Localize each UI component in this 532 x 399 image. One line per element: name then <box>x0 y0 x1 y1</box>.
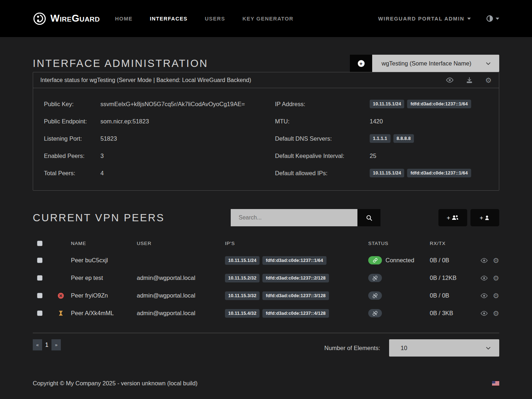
peer-rxtx: 0B / 12KB <box>430 275 476 281</box>
field-label: Public Endpoint: <box>44 118 100 125</box>
peer-user: admin@wgportal.local <box>137 292 225 299</box>
row-checkbox[interactable] <box>37 258 42 263</box>
user-menu-label: WIREGUARD PORTAL ADMIN <box>378 16 464 22</box>
theme-half-circle-icon <box>486 15 493 22</box>
peer-settings-gear-icon[interactable]: ⚙ <box>493 257 499 264</box>
field-value: 1420 <box>370 118 383 125</box>
download-config-icon[interactable] <box>466 77 473 84</box>
allowed-ips-row: Default allowed IPs: 10.11.15.1/24 fdfd:… <box>275 164 488 182</box>
brand[interactable]: WireGuard <box>33 12 100 26</box>
listening-port-row: Listening Port: 51823 <box>44 130 275 147</box>
view-config-eye-icon[interactable] <box>446 76 454 84</box>
pagination-current-page[interactable]: 1 <box>42 339 51 350</box>
theme-toggle-dropdown[interactable] <box>486 15 499 22</box>
nav-interfaces[interactable]: INTERFACES <box>150 16 188 22</box>
dns-servers-row: Default DNS Servers: 1.1.1.1 8.8.8.8 <box>275 130 488 147</box>
peer-ip-badge: 10.11.15.2/32 <box>225 274 260 282</box>
add-interface-button[interactable]: + <box>350 55 372 72</box>
user-menu-dropdown[interactable]: WIREGUARD PORTAL ADMIN <box>378 16 471 22</box>
peer-view-eye-icon[interactable] <box>481 292 488 299</box>
caret-down-icon <box>496 18 499 20</box>
page-title: INTERFACE ADMINISTRATION <box>33 58 208 69</box>
field-value: 3 <box>100 153 104 159</box>
field-value: ssvmEelxG+k8jsNO5G7cq5r/Ak7liCodAvOyoCg1… <box>100 101 245 108</box>
search-button[interactable] <box>357 209 380 226</box>
disconnected-link-slash-icon <box>368 309 382 317</box>
pagination-next-button[interactable]: » <box>51 339 61 350</box>
nav-home[interactable]: HOME <box>115 16 133 22</box>
public-key-row: Public Key: ssvmEelxG+k8jsNO5G7cq5r/Ak7l… <box>44 95 275 113</box>
row-checkbox[interactable] <box>37 275 42 281</box>
col-status: STATUS <box>368 241 430 246</box>
chevron-down-icon <box>485 60 491 67</box>
peer-ip-badge: 10.11.15.4/32 <box>225 309 260 318</box>
navbar: WireGuard HOME INTERFACES USERS KEY GENE… <box>0 0 532 37</box>
enabled-peers-row: Enabled Peers: 3 <box>44 147 275 164</box>
search-input[interactable] <box>231 209 357 226</box>
peer-user: admin@wgportal.local <box>137 275 225 281</box>
field-label: IP Address: <box>275 101 370 108</box>
ip-badge: fdfd:d3ad:c0de:1237::1/64 <box>407 100 471 108</box>
nav-links: HOME INTERFACES USERS KEY GENERATOR <box>115 16 294 22</box>
select-all-checkbox[interactable] <box>37 241 42 246</box>
col-user: USER <box>137 241 225 246</box>
interface-settings-gear-icon[interactable]: ⚙ <box>485 77 492 84</box>
peer-settings-gear-icon[interactable]: ⚙ <box>493 310 499 317</box>
nav-users[interactable]: USERS <box>205 16 225 22</box>
table-row: Peer A/Xk4mML admin@wgportal.local 10.11… <box>33 304 499 322</box>
row-checkbox[interactable] <box>37 293 42 298</box>
col-name: NAME <box>71 241 137 246</box>
field-label: Default Keepalive Interval: <box>275 153 370 159</box>
mtu-row: MTU: 1420 <box>275 113 488 130</box>
caret-down-icon <box>467 18 471 20</box>
interface-select[interactable]: wgTesting (Some Interface Name) <box>372 55 499 72</box>
peer-ip-badge: fdfd:d3ad:c0de:1237::1/64 <box>262 256 326 265</box>
chevron-down-icon <box>485 345 491 351</box>
peer-settings-gear-icon[interactable]: ⚙ <box>493 292 499 299</box>
field-value: 4 <box>100 170 104 177</box>
peer-expiring-hourglass-icon <box>51 309 71 317</box>
field-label: Listening Port: <box>44 135 100 142</box>
ip-badge: 10.11.15.1/24 <box>370 100 404 108</box>
plus-circle-icon: + <box>358 60 365 67</box>
interface-select-value: wgTesting (Some Interface Name) <box>382 60 471 67</box>
add-peer-button[interactable]: + <box>470 209 499 226</box>
keepalive-row: Default Keepalive Interval: 25 <box>275 147 488 164</box>
peer-view-eye-icon[interactable] <box>481 257 488 264</box>
pagination: « 1 » <box>33 339 61 350</box>
nav-key-generator[interactable]: KEY GENERATOR <box>243 16 294 22</box>
peer-ip-badge: 10.11.15.3/32 <box>225 291 260 300</box>
row-checkbox[interactable] <box>37 310 42 316</box>
table-row: Peer ep test admin@wgportal.local 10.11.… <box>33 269 499 287</box>
field-label: Enabled Peers: <box>44 153 100 159</box>
field-label: Public Key: <box>44 101 100 108</box>
peer-name: Peer fryiO9Zn <box>71 292 137 299</box>
allowed-ip-badge: 10.11.15.1/24 <box>370 169 404 177</box>
total-peers-row: Total Peers: 4 <box>44 164 275 182</box>
field-label: MTU: <box>275 118 370 125</box>
table-row: Peer fryiO9Zn admin@wgportal.local 10.11… <box>33 287 499 304</box>
elements-count-label: Number of Elements: <box>324 345 380 352</box>
peers-section-title: CURRENT VPN PEERS <box>33 212 231 224</box>
status-card-title: Interface status for wgTesting (Server M… <box>40 77 251 83</box>
peer-ip-badge: fdfd:d3ad:c0de:1237::4/128 <box>262 309 329 318</box>
brand-name: WireGuard <box>50 13 100 24</box>
elements-count-select[interactable]: 10 <box>389 339 499 357</box>
pagination-prev-button[interactable]: « <box>33 339 42 350</box>
peer-name: Peer A/Xk4mML <box>71 310 137 317</box>
peer-settings-gear-icon[interactable]: ⚙ <box>493 275 499 282</box>
peer-name: Peer buC5cxjl <box>71 257 137 264</box>
status-card-left-column: Public Key: ssvmEelxG+k8jsNO5G7cq5r/Ak7l… <box>44 95 275 182</box>
allowed-ip-badge: fdfd:d3ad:c0de:1237::1/64 <box>407 169 471 177</box>
peer-name: Peer ep test <box>71 275 137 281</box>
interface-status-card: Interface status for wgTesting (Server M… <box>33 72 499 191</box>
disconnected-link-slash-icon <box>368 291 382 300</box>
col-rxtx: RX/TX <box>430 241 476 246</box>
peer-view-eye-icon[interactable] <box>481 275 488 282</box>
connected-link-icon <box>368 256 382 264</box>
user-icon <box>484 215 490 221</box>
table-row: Peer buC5cxjl 10.11.15.1/24 fdfd:d3ad:c0… <box>33 251 499 269</box>
us-flag-language-icon[interactable] <box>492 381 499 386</box>
peer-view-eye-icon[interactable] <box>481 310 488 317</box>
add-multiple-peers-button[interactable]: + <box>438 209 467 226</box>
